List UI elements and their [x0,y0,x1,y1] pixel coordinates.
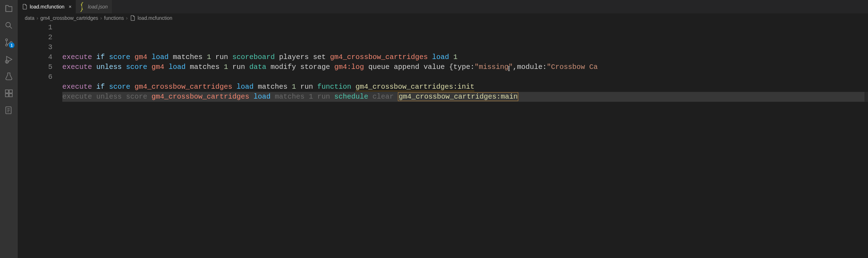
search-icon[interactable] [4,20,14,30]
token: 1 [207,53,211,61]
token [287,83,292,91]
token: function [317,83,351,91]
token [296,63,300,71]
token: modify [270,63,296,71]
token [147,53,152,61]
token: load [169,63,185,71]
token [92,93,96,101]
token [309,53,313,61]
code-editor[interactable]: 123456 I execute if score gm4 load match… [18,23,868,258]
token [249,93,253,101]
token [169,53,173,61]
svg-rect-8 [9,94,12,97]
code-line[interactable]: execute if score gm4 load matches 1 run … [62,52,868,62]
token: load [432,53,449,61]
file-icon [130,15,136,21]
token: unless [96,93,122,101]
svg-point-3 [6,44,7,46]
svg-rect-7 [5,94,8,97]
token: score [109,83,130,91]
code-line[interactable]: execute if score gm4_crossbow_cartridges… [62,82,868,92]
token [232,83,236,91]
main-area: load.mcfunction × { } load.json data › g… [18,0,868,258]
json-icon: { } [80,4,86,10]
token: run [317,93,330,101]
token: score [126,63,147,71]
breadcrumb-segment[interactable]: gm4_crossbow_cartridges [40,15,98,21]
breadcrumb[interactable]: data › gm4_crossbow_cartridges › functio… [18,13,868,23]
token [419,63,423,71]
breadcrumb-segment[interactable]: load.mcfunction [138,15,172,21]
token: {type: [449,63,474,71]
token: matches [258,83,287,91]
testing-icon[interactable] [4,71,14,81]
line-number: 4 [18,52,52,62]
token: run [232,63,245,71]
token [185,63,190,71]
token [394,93,398,101]
token: load [152,53,169,61]
close-icon[interactable]: × [69,4,72,10]
references-icon[interactable] [4,105,14,115]
token [228,63,232,71]
source-control-badge: 1 [9,42,15,48]
token [368,93,372,101]
token: score [126,93,147,101]
token: gm4_crossbow_cartridges [330,53,428,61]
token: load [253,93,270,101]
token: if [96,83,105,91]
code-content[interactable]: I execute if score gm4 load matches 1 ru… [62,23,868,258]
token [270,93,275,101]
token: ,module: [513,63,547,71]
tab-load-json[interactable]: { } load.json [76,0,112,13]
token: 1 [292,83,296,91]
token: execute [62,63,92,71]
token: gm4:log [334,63,364,71]
token: "Crossbow Ca [547,63,598,71]
file-icon [22,4,28,10]
token [92,63,96,71]
svg-point-2 [6,39,7,41]
source-control-icon[interactable]: 1 [4,37,14,47]
activity-bar: 1 [0,0,18,258]
tab-bar: load.mcfunction × { } load.json [18,0,868,13]
line-number: 5 [18,62,52,72]
breadcrumb-segment[interactable]: functions [104,15,124,21]
svg-point-0 [6,22,10,27]
code-line[interactable]: execute unless score gm4_crossbow_cartri… [62,92,868,102]
token: gm4 [152,63,164,71]
tab-label: load.mcfunction [30,4,64,10]
code-line[interactable] [62,102,868,112]
tab-load-mcfunction[interactable]: load.mcfunction × [18,0,76,13]
chevron-right-icon: › [36,15,38,21]
token: gm4_crossbow_cartridges:init [355,83,474,91]
token: clear [372,93,394,101]
token: players [279,53,309,61]
token [428,53,432,61]
token [130,83,135,91]
token: matches [190,63,219,71]
token [122,93,126,101]
token: gm4 [135,53,147,61]
token [389,63,394,71]
token [304,93,309,101]
extensions-icon[interactable] [4,88,14,98]
token: execute [62,83,92,91]
token: unless [96,63,122,71]
tab-label: load.json [88,4,108,10]
token: schedule [334,93,368,101]
run-debug-icon[interactable] [4,54,14,64]
token: scoreboard [232,53,275,61]
token [228,53,232,61]
explorer-icon[interactable] [4,4,14,13]
token [296,83,300,91]
token: 1 [453,53,457,61]
code-line[interactable] [62,72,868,82]
svg-line-1 [10,27,12,29]
token [122,63,126,71]
breadcrumb-segment[interactable]: data [25,15,34,21]
token [164,63,169,71]
token: run [215,53,228,61]
token [211,53,215,61]
code-line[interactable]: execute unless score gm4 load matches 1 … [62,62,868,72]
